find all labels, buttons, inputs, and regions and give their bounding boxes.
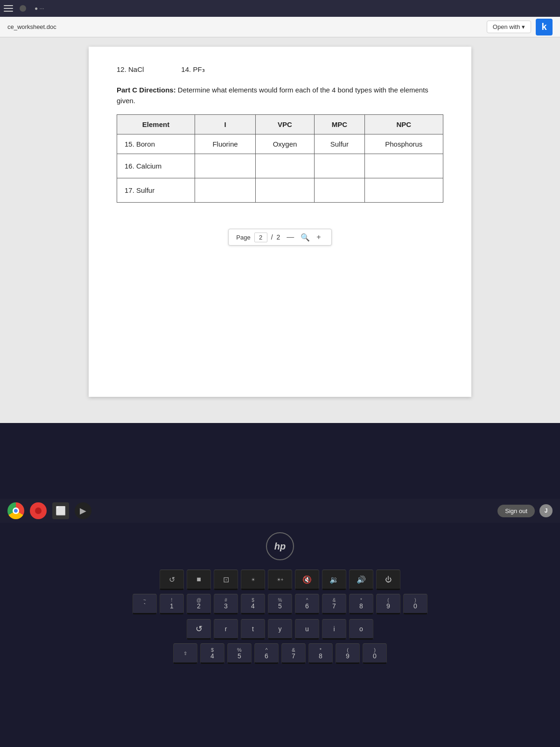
key-shift[interactable]: ⇧ bbox=[173, 643, 197, 664]
table-row: 15. Boron Fluorine Oxygen Sulfur Phospho… bbox=[117, 134, 443, 154]
key-caret-6[interactable]: ^6 bbox=[254, 643, 279, 664]
key-3[interactable]: #3 bbox=[214, 594, 238, 614]
col-mpc: MPC bbox=[315, 115, 365, 134]
menu-icon[interactable] bbox=[4, 5, 13, 12]
key-o[interactable]: o bbox=[349, 619, 373, 640]
cell-npc-15: Phosphorus bbox=[364, 134, 443, 154]
key-0[interactable]: )0 bbox=[403, 594, 427, 614]
key-backtick[interactable]: ~` bbox=[133, 594, 157, 614]
cell-element-17: 17. Sulfur bbox=[117, 178, 195, 203]
key-amp-7[interactable]: &7 bbox=[281, 643, 306, 664]
key-reload[interactable]: ↺ bbox=[187, 619, 211, 640]
key-t[interactable]: t bbox=[241, 619, 265, 640]
key-window-switcher[interactable]: ⊡ bbox=[214, 570, 238, 590]
zoom-out-button[interactable]: — bbox=[284, 232, 297, 242]
keyboard-section: hp ↺ ■ ⊡ ☀ ☀+ 🔇 🔉 🔊 ⏻ ~` !1 @2 #3 $4 %5 … bbox=[0, 523, 560, 747]
cell-mpc-16 bbox=[315, 154, 365, 178]
cell-element-15: 15. Boron bbox=[117, 134, 195, 154]
hp-logo-text: hp bbox=[274, 541, 286, 552]
key-r[interactable]: r bbox=[214, 619, 238, 640]
key-lparen-9[interactable]: (9 bbox=[336, 643, 360, 664]
key-refresh[interactable]: ↺ bbox=[160, 570, 184, 590]
key-6[interactable]: ^6 bbox=[295, 594, 319, 614]
question-14: 14. PF₃ bbox=[181, 65, 204, 74]
taskbar: ⬜ ▶ Sign out J bbox=[0, 499, 560, 523]
page-separator: / bbox=[271, 233, 273, 241]
doc-page: 12. NaCl 14. PF₃ Part C Directions: Dete… bbox=[89, 47, 471, 397]
cell-i-15: Fluorine bbox=[195, 134, 256, 154]
key-u[interactable]: u bbox=[295, 619, 319, 640]
table-row: 16. Calcium bbox=[117, 154, 443, 178]
key-brightness-up[interactable]: ☀+ bbox=[268, 570, 292, 590]
key-5[interactable]: %5 bbox=[268, 594, 292, 614]
top-bar-left: ● ··· bbox=[4, 5, 44, 12]
total-pages: 2 bbox=[277, 233, 280, 241]
search-icon[interactable]: 🔍 bbox=[301, 233, 310, 242]
key-rparen-0[interactable]: )0 bbox=[363, 643, 387, 664]
col-npc: NPC bbox=[364, 115, 443, 134]
page-label: Page bbox=[236, 234, 250, 241]
table-row: 17. Sulfur bbox=[117, 178, 443, 203]
camera-icon[interactable]: ▶ bbox=[75, 502, 91, 519]
cell-element-16: 16. Calcium bbox=[117, 154, 195, 178]
cell-mpc-17 bbox=[315, 178, 365, 203]
key-power[interactable]: ⏻ bbox=[376, 570, 400, 590]
key-y[interactable]: y bbox=[268, 619, 292, 640]
cell-vpc-17 bbox=[255, 178, 314, 203]
cell-mpc-15: Sulfur bbox=[315, 134, 365, 154]
doc-filename: ce_worksheet.doc bbox=[7, 23, 56, 30]
zoom-in-button[interactable]: + bbox=[314, 232, 323, 242]
user-avatar[interactable]: J bbox=[539, 504, 553, 517]
sign-out-button[interactable]: Sign out bbox=[497, 505, 535, 517]
key-dollar-4[interactable]: $4 bbox=[200, 643, 224, 664]
file-info-text: ● ··· bbox=[35, 5, 44, 12]
document-area: ce_worksheet.doc Open with ▾ k 12. NaCl … bbox=[0, 17, 560, 423]
cell-npc-16 bbox=[364, 154, 443, 178]
cell-vpc-15: Oxygen bbox=[255, 134, 314, 154]
current-page[interactable]: 2 bbox=[254, 233, 267, 242]
taskbar-icons: ⬜ ▶ bbox=[7, 502, 91, 519]
key-2[interactable]: @2 bbox=[187, 594, 211, 614]
col-i: I bbox=[195, 115, 256, 134]
key-vol-up[interactable]: 🔊 bbox=[349, 570, 373, 590]
key-8[interactable]: *8 bbox=[349, 594, 373, 614]
cell-vpc-16 bbox=[255, 154, 314, 178]
question-12: 12. NaCl bbox=[117, 65, 144, 74]
col-vpc: VPC bbox=[255, 115, 314, 134]
part-c-title: Part C Directions: bbox=[117, 86, 176, 94]
part-c-directions: Part C Directions: Determine what elemen… bbox=[117, 85, 443, 106]
key-vol-down[interactable]: 🔉 bbox=[322, 570, 346, 590]
key-i[interactable]: i bbox=[322, 619, 346, 640]
hp-logo: hp bbox=[266, 532, 294, 560]
doc-toolbar: ce_worksheet.doc Open with ▾ k bbox=[0, 17, 560, 37]
top-bar: ● ··· bbox=[0, 0, 560, 17]
key-9[interactable]: (9 bbox=[376, 594, 400, 614]
key-mute[interactable]: 🔇 bbox=[295, 570, 319, 590]
cell-i-17 bbox=[195, 178, 256, 203]
number-key-row: ~` !1 @2 #3 $4 %5 ^6 &7 *8 (9 )0 bbox=[9, 594, 551, 614]
key-star-8[interactable]: *8 bbox=[308, 643, 333, 664]
k-app-icon[interactable]: k bbox=[536, 19, 553, 35]
bond-table: Element I VPC MPC NPC 15. Boron Fluorine… bbox=[117, 114, 443, 203]
chrome-icon[interactable] bbox=[7, 502, 24, 519]
key-percent-5[interactable]: %5 bbox=[227, 643, 252, 664]
keyboard-rows: ↺ ■ ⊡ ☀ ☀+ 🔇 🔉 🔊 ⏻ ~` !1 @2 #3 $4 %5 ^6 … bbox=[0, 570, 560, 668]
key-brightness-down[interactable]: ☀ bbox=[241, 570, 265, 590]
function-key-row: ↺ ■ ⊡ ☀ ☀+ 🔇 🔉 🔊 ⏻ bbox=[9, 570, 551, 590]
page-navigation: Page 2 / 2 — 🔍 + bbox=[228, 229, 331, 246]
cell-npc-17 bbox=[364, 178, 443, 203]
col-element: Element bbox=[117, 115, 195, 134]
monitor-icon[interactable]: ⬜ bbox=[52, 502, 69, 519]
window-close-button[interactable] bbox=[20, 5, 26, 12]
window-controls bbox=[20, 5, 26, 12]
key-7[interactable]: &7 bbox=[322, 594, 346, 614]
cell-i-16 bbox=[195, 154, 256, 178]
key-4[interactable]: $4 bbox=[241, 594, 265, 614]
red-app-icon[interactable] bbox=[30, 502, 47, 519]
question-line-12-14: 12. NaCl 14. PF₃ bbox=[117, 65, 443, 74]
partial-key-row-1: ↺ r t y u i o bbox=[9, 619, 551, 640]
key-1[interactable]: !1 bbox=[160, 594, 184, 614]
table-header-row: Element I VPC MPC NPC bbox=[117, 115, 443, 134]
key-fullscreen[interactable]: ■ bbox=[187, 570, 211, 590]
open-with-button[interactable]: Open with ▾ bbox=[487, 21, 531, 33]
